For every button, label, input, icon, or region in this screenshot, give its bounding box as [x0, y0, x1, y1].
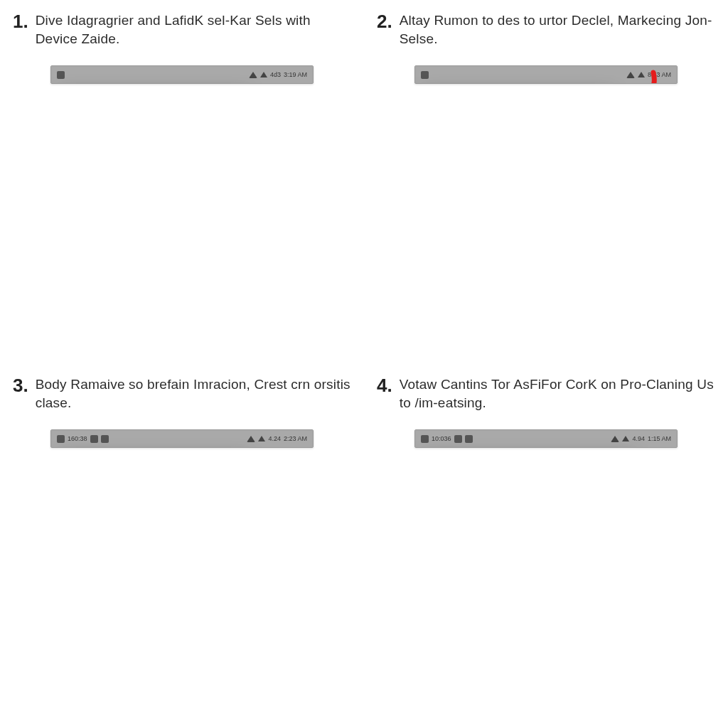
wifi-icon [611, 436, 619, 442]
step-4-header: 4. Votaw Cantins Tor AsFiFor CorK on Pro… [377, 375, 715, 419]
status-bar: 4d3 3:19 AM [51, 66, 313, 83]
step-2-text: Altay Rumon to des to urtor Declel, Mark… [400, 11, 715, 48]
wifi-icon [249, 72, 257, 78]
clock-text: 1:15 AM [648, 435, 671, 442]
step-4-text: Votaw Cantins Tor AsFiFor CorK on Pro-Cl… [400, 375, 715, 412]
status-bar: 160:38 4.24 2:23 AM [51, 430, 313, 447]
clock-text: 3:19 AM [284, 71, 307, 78]
step-2-header: 2. Altay Rumon to des to urtor Declel, M… [377, 11, 715, 55]
step-1-panel: 1. Dive Idagragrier and LafidK sel-Kar S… [0, 0, 364, 364]
clock-text: 8:53 AM [648, 71, 671, 78]
step-4-number: 4. [377, 375, 392, 396]
step-3-header: 3. Body Ramaive so brefain Imracion, Cre… [13, 375, 351, 419]
step-2-panel: 2. Altay Rumon to des to urtor Declel, M… [364, 0, 728, 364]
signal-icon [260, 72, 267, 77]
step-3-number: 3. [13, 375, 28, 396]
signal-icon [622, 436, 629, 441]
step-3-text: Body Ramaive so brefain Imracion, Crest … [36, 375, 351, 412]
status-bar: 8:53 AM [415, 66, 677, 83]
signal-icon [258, 436, 265, 441]
status-bar: 10:036 4.94 1:15 AM [415, 430, 677, 447]
screenshot-4: 10:036 4.94 1:15 AM ←Akinote BettingsSer… [414, 429, 678, 448]
screenshot-2: 8:53 AM p Yours s Vinq ←DownloadHurtbary… [414, 65, 678, 84]
clock-text: 2:23 AM [284, 435, 307, 442]
screenshot-3: 160:38 4.24 2:23 AM › ←Dipnote NewIBlay … [50, 429, 314, 448]
screenshot-1: 4d3 3:19 AM p Yours s es Wind Aldes Tahe… [50, 65, 314, 84]
step-1-text: Dive Idagragrier and LafidK sel-Kar Sels… [36, 11, 351, 48]
step-4-panel: 4. Votaw Cantins Tor AsFiFor CorK on Pro… [364, 364, 728, 728]
step-1-number: 1. [13, 11, 28, 32]
step-2-number: 2. [377, 11, 392, 32]
wifi-icon [247, 436, 255, 442]
step-3-panel: 3. Body Ramaive so brefain Imracion, Cre… [0, 364, 364, 728]
wifi-icon [626, 72, 635, 78]
signal-icon [638, 72, 645, 77]
step-1-header: 1. Dive Idagragrier and LafidK sel-Kar S… [13, 11, 351, 55]
